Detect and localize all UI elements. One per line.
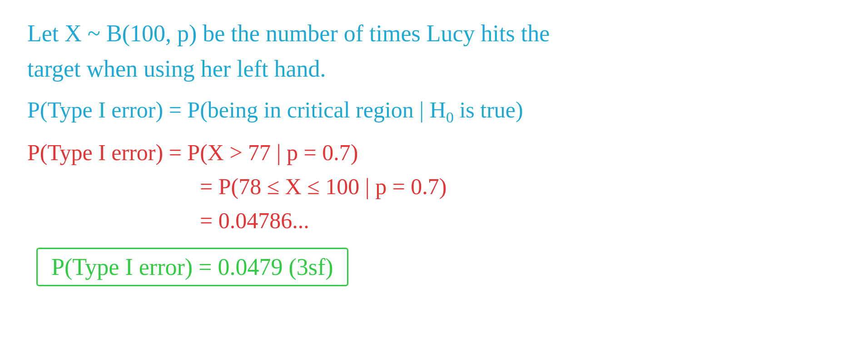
line3-type-i-error-definition: P(Type I error) = P(being in critical re…: [27, 95, 841, 127]
line1-text: Let X ~ B(100, p) be the number of times…: [27, 18, 841, 49]
boxed-result-container: P(Type I error) = 0.0479 (3sf): [36, 248, 348, 286]
line5-expansion: = P(78 ≤ X ≤ 100 | p = 0.7): [27, 171, 841, 202]
boxed-result-text: P(Type I error) = 0.0479 (3sf): [51, 254, 333, 280]
line6-value: = 0.04786...: [27, 205, 841, 236]
page-container: Let X ~ B(100, p) be the number of times…: [0, 0, 868, 357]
line2-text: target when using her left hand.: [27, 54, 841, 84]
line4-type-i-error-calc: P(Type I error) = P(X > 77 | p = 0.7): [27, 137, 841, 168]
